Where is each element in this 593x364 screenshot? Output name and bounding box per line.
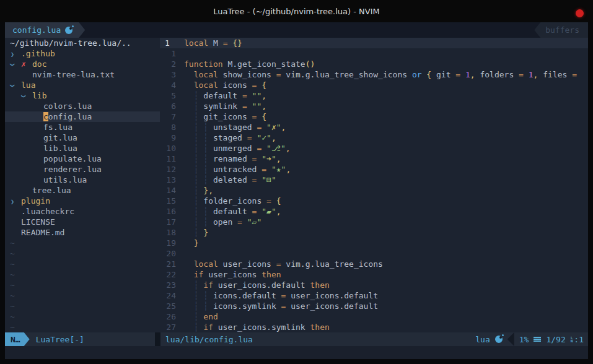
tree-item-label: renderer.lua [43,164,102,175]
tree-item-renderer.lua[interactable]: renderer.lua [5,164,160,175]
tree-item-lib.lua[interactable]: lib.lua [5,143,160,154]
empty-line-marker: ~ [5,248,160,259]
code-line[interactable]: 2function M.get_icon_state() [160,59,588,69]
code-text: ┆ }, [177,185,213,196]
code-text: ┆ if user_icons.default then [177,280,330,290]
code-line[interactable]: 3 local show_icons = vim.g.lua_tree_show… [160,69,588,80]
statusline: N… LuaTree[-] lua/lib/config.lua lua 1% … [5,332,588,346]
code-line[interactable]: 9 ┆ ┆ staged = "✓", [160,132,588,143]
code-line[interactable]: 22 if user_icons then [160,269,588,280]
empty-line-marker: ~ [5,290,160,301]
chevron-right-icon: ❯ [11,196,14,207]
code-text: ┆ ┆ unmerged = "⎇", [177,143,291,154]
code-line[interactable]: 26 ┆ end [160,311,588,322]
chevron-down-icon: ❯ [7,84,18,87]
code-text [177,48,184,59]
code-line[interactable]: 12 ┆ ┆ untracked = "★", [160,164,588,175]
tree-item-label: lua [21,80,35,90]
chevron-down-icon: ❯ [19,94,29,98]
code-line[interactable]: 24 ┆ ┆ icons.default = user_icons.defaul… [160,290,588,301]
line-number: 7 [160,111,177,122]
tree-item-label: .github [21,48,55,59]
line-number: 27 [160,322,177,332]
scroll-percent: 1% [519,335,529,344]
code-line[interactable]: 21 local user_icons = vim.g.lua_tree_ico… [160,259,588,269]
code-text: local show_icons = vim.g.lua_tree_show_i… [177,69,582,80]
code-line[interactable]: 13 ┆ ┆ deleted = "⊟" [160,175,588,185]
tree-item-config.lua[interactable]: config.lua [5,111,160,122]
code-line[interactable]: 14 ┆ }, [160,185,588,196]
buffers-segment[interactable]: buffers [534,22,588,38]
code-line[interactable]: 16 ┆ ┆ default = "▰", [160,206,588,217]
line-number: 24 [160,290,177,301]
code-line[interactable]: 25 ┆ ┆ icons.symlink = user_icons.defaul… [160,301,588,311]
main-area: ~/github/nvim-tree.lua/.. ❯.github❯✗docn… [5,38,588,332]
tree-item-.github[interactable]: ❯.github [5,48,160,59]
code-text: ┆ ┆ icons.symlink = user_icons.default [177,301,378,311]
command-line[interactable] [5,346,588,359]
close-button[interactable] [576,9,584,17]
code-line[interactable]: 8 ┆ ┆ unstaged = "✗", [160,122,588,132]
line-number: 16 [160,206,177,217]
tree-item-nvim-tree-lua.txt[interactable]: nvim-tree-lua.txt [5,69,160,80]
code-editor[interactable]: 1local M = {}12function M.get_icon_state… [160,38,588,332]
code-line[interactable]: 7 ┆ git_icons = { [160,111,588,122]
code-line[interactable]: 10 ┆ ┆ unmerged = "⎇", [160,143,588,154]
tree-item-label: populate.lua [43,154,102,164]
window-title: LuaTree - (~/github/nvim-tree.lua) - NVI… [213,7,379,16]
tree-item-tree.lua[interactable]: tree.lua [5,185,160,196]
code-line[interactable]: 15 ┆ folder_icons = { [160,196,588,206]
tree-item-fs.lua[interactable]: fs.lua [5,122,160,132]
line-number: 5 [160,90,177,101]
mode-indicator: N… [5,332,30,346]
code-text: ┆ end [177,311,218,322]
line-number: 17 [160,217,177,227]
empty-line-marker: ~ [5,322,160,332]
tree-item-.luacheckrc[interactable]: .luacheckrc [5,206,160,217]
tree-item-label: utils.lua [43,175,87,185]
lua-logo-icon [495,336,503,343]
tab-config-lua[interactable]: config.lua [5,22,85,38]
file-tree: ~/github/nvim-tree.lua/.. ❯.github❯✗docn… [5,38,160,332]
tab-label: config.lua [12,25,61,35]
code-line[interactable]: 18 ┆ } [160,227,588,238]
lua-logo-icon [65,27,72,34]
code-line[interactable]: 6 ┆ symlink = "", [160,101,588,111]
tree-item-README.md[interactable]: README.md [5,227,160,238]
line-number: 20 [160,248,177,259]
tree-item-lua[interactable]: ❯lua [5,80,160,90]
tree-item-LICENSE[interactable]: LICENSE [5,217,160,227]
code-line[interactable]: 1local M = {} [160,38,588,48]
tree-item-lib[interactable]: ❯lib [5,90,160,101]
filetype-label: lua [475,335,490,344]
tree-item-colors.lua[interactable]: colors.lua [5,101,160,111]
line-number: 10 [160,143,177,154]
tree-item-populate.lua[interactable]: populate.lua [5,154,160,164]
code-line[interactable]: 17 ┆ ┆ open = "▱" [160,217,588,227]
empty-line-marker: ~ [5,238,160,248]
tree-item-git.lua[interactable]: git.lua [5,132,160,143]
tree-item-utils.lua[interactable]: utils.lua [5,175,160,185]
code-line[interactable]: 5 ┆ default = "", [160,90,588,101]
code-line[interactable]: 1 [160,48,588,59]
code-line[interactable]: 20 [160,248,588,259]
code-line[interactable]: 27 ┆ if user_icons.symlink then [160,322,588,332]
code-text: ┆ ┆ unstaged = "✗", [177,122,286,132]
line-number-icon: LN [571,336,573,342]
tree-root-path[interactable]: ~/github/nvim-tree.lua/.. [5,38,160,48]
code-line[interactable]: 11 ┆ ┆ renamed = "➜", [160,154,588,164]
git-dirty-icon: ✗ [21,59,32,69]
line-number: 15 [160,196,177,206]
code-line[interactable]: 23 ┆ if user_icons.default then [160,280,588,290]
tree-item-plugin[interactable]: ❯plugin [5,196,160,206]
tree-item-label: LICENSE [21,217,55,227]
tree-item-doc[interactable]: ❯✗doc [5,59,160,69]
tree-item-label: plugin [21,196,50,206]
code-line[interactable]: 4 local icons = { [160,80,588,90]
line-number: 26 [160,311,177,322]
code-line[interactable]: 19 } [160,238,588,248]
file-path: lua/lib/config.lua [160,332,253,346]
code-text: if user_icons then [177,269,281,280]
code-text: ┆ ┆ deleted = "⊟" [177,175,276,185]
code-text: ┆ default = "", [177,90,266,101]
